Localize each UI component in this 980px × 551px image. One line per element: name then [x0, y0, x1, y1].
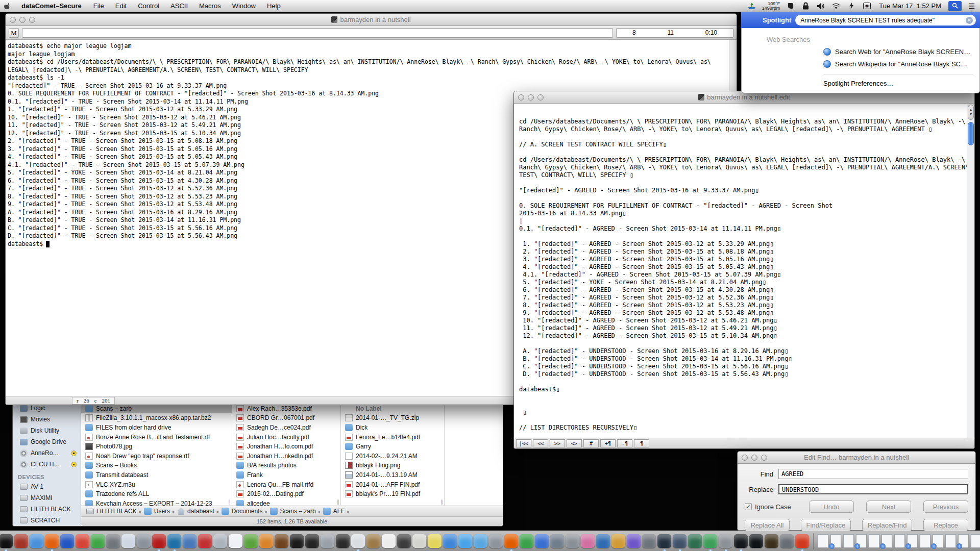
- file-row[interactable]: Lenora_Le…b14fe4.pdf: [341, 432, 444, 442]
- editor-nav-button[interactable]: #: [583, 439, 599, 447]
- sidebar-item[interactable]: CFCU H…: [13, 459, 81, 470]
- dialog-button[interactable]: Previous: [923, 500, 968, 513]
- breadcrumb[interactable]: Users ▸: [144, 508, 175, 515]
- breadcrumb[interactable]: Documents ▸: [222, 508, 268, 515]
- dock-app-icon[interactable]: [213, 534, 227, 548]
- dock-app-icon[interactable]: [121, 534, 135, 548]
- dock-app-icon[interactable]: [428, 534, 442, 548]
- dock-document-icon[interactable]: [894, 534, 905, 548]
- sidebar-device[interactable]: LILITH BLACK: [13, 504, 81, 515]
- file-row[interactable]: No Label: [341, 404, 444, 414]
- dock-app-icon[interactable]: [443, 534, 457, 548]
- dock-document-icon[interactable]: [907, 534, 918, 548]
- dock-app-icon[interactable]: [106, 534, 120, 548]
- editor-nav-button[interactable]: ¶: [634, 439, 649, 447]
- dock-app-icon[interactable]: [275, 534, 288, 548]
- file-row[interactable]: alicedee: [232, 499, 340, 506]
- dock-app-icon[interactable]: [290, 534, 304, 548]
- wifi-icon[interactable]: [831, 2, 841, 11]
- file-row[interactable]: 2014-01-…0.13.19 AM: [341, 470, 444, 480]
- find-input[interactable]: AGREED: [778, 469, 968, 479]
- dock-app-icon[interactable]: [14, 534, 28, 548]
- file-row[interactable]: Lenora Qu…FB mail.rtfd: [232, 480, 340, 489]
- dock-app-icon[interactable]: [336, 534, 350, 548]
- dock-app-icon[interactable]: [198, 534, 212, 548]
- dock-app-icon[interactable]: [535, 534, 549, 548]
- dock-app-icon[interactable]: [30, 534, 43, 548]
- menu-item[interactable]: ASCII: [165, 2, 193, 10]
- file-row[interactable]: Frank: [232, 470, 340, 480]
- breadcrumb[interactable]: databeast ▸: [177, 508, 219, 515]
- bolt-icon[interactable]: [846, 2, 856, 11]
- editor-nav-button[interactable]: +¶: [600, 439, 616, 447]
- dialog-button[interactable]: Replace: [923, 519, 968, 531]
- dock-app-icon[interactable]: [749, 534, 763, 548]
- find-replace-dialog[interactable]: Edit Find… barmayden in a nutshell Find …: [737, 451, 976, 531]
- dock-app-icon[interactable]: [688, 534, 702, 548]
- file-row[interactable]: Transmit databeast: [81, 470, 232, 480]
- file-row[interactable]: Jonathan H…nkedIn.pdf: [232, 452, 340, 461]
- file-row[interactable]: Sadegh De…ce024.pdf: [232, 423, 340, 433]
- file-row[interactable]: bblayk Fling.png: [341, 461, 444, 470]
- dock-app-icon[interactable]: [412, 534, 426, 548]
- dock-app-icon[interactable]: [673, 534, 687, 548]
- dialog-button[interactable]: Find/Replace: [801, 519, 851, 531]
- editor-nav-button[interactable]: -¶: [617, 439, 632, 447]
- ignore-case-option[interactable]: ✓ Ignore Case: [745, 503, 791, 511]
- dock-app-icon[interactable]: [167, 534, 181, 548]
- dock-document-icon[interactable]: [830, 534, 841, 548]
- file-row[interactable]: Photo078.jpg: [81, 442, 232, 452]
- dock-app-icon[interactable]: [504, 534, 518, 548]
- dock-app-icon[interactable]: [183, 534, 197, 548]
- spotlight-result[interactable]: Search Web for "AnneRose Blayk SCREEN…: [742, 45, 979, 58]
- editor-nav-button[interactable]: <>: [567, 439, 582, 447]
- menu-item[interactable]: Edit: [110, 2, 132, 10]
- file-row[interactable]: Keychain Access – EXPORT – 2014-12-23: [81, 499, 232, 506]
- dock-document-icon[interactable]: [920, 534, 930, 548]
- temperature-display[interactable]: 109°F 1498rpm: [762, 2, 780, 11]
- dock-document-icon[interactable]: [843, 534, 854, 548]
- breadcrumb[interactable]: LILITH BLACK ▸: [86, 508, 142, 515]
- file-row[interactable]: Scans – Books: [81, 461, 232, 470]
- dialog-button[interactable]: Replace/Find: [862, 519, 913, 531]
- dock-app-icon[interactable]: [611, 534, 625, 548]
- file-row[interactable]: Jonathan H…fo.com.pdf: [232, 442, 340, 452]
- dock-app-icon[interactable]: [765, 534, 778, 548]
- notification-center-icon[interactable]: ☰: [967, 2, 977, 11]
- editor-text-area[interactable]: cd /Users/databeast/Documents/\ \ PRESCR…: [514, 104, 967, 438]
- evernote-icon[interactable]: [785, 2, 795, 11]
- spotlight-result[interactable]: Search Wikipedia for "AnneRose Blayk SC…: [742, 58, 979, 70]
- menu-item[interactable]: Window: [227, 2, 261, 10]
- dialog-button[interactable]: Next: [866, 500, 911, 513]
- dock-app-icon[interactable]: [520, 534, 533, 548]
- dock-app-icon[interactable]: [734, 534, 748, 548]
- dock-app-icon[interactable]: [305, 534, 319, 548]
- scroll-arrows-icon[interactable]: ▲▼: [968, 105, 974, 120]
- dock-app-icon[interactable]: [137, 534, 151, 548]
- volume-icon[interactable]: [816, 2, 826, 11]
- dock-document-icon[interactable]: [869, 534, 879, 548]
- dock-document-icon[interactable]: [971, 534, 980, 548]
- dock-document-icon[interactable]: [856, 534, 867, 548]
- spotlight-search-input[interactable]: AnneRose Blayk SCREEN TEST rules adequat…: [795, 15, 976, 26]
- sidebar-device[interactable]: MAXIMI: [13, 492, 81, 504]
- dock-app-icon[interactable]: [0, 534, 13, 548]
- dock-app-icon[interactable]: [596, 534, 610, 548]
- menu-item[interactable]: File: [88, 2, 110, 10]
- sidebar-item[interactable]: Movies: [13, 414, 81, 425]
- spotlight-icon[interactable]: [948, 1, 962, 11]
- replace-input[interactable]: UNDERSTOOD: [778, 484, 968, 494]
- dock-app-icon[interactable]: [566, 534, 579, 548]
- file-row[interactable]: 2014-02-…9.24.21 AM: [341, 452, 444, 461]
- file-row[interactable]: Scans – zarb: [81, 404, 232, 414]
- menu-item[interactable]: Control: [132, 2, 165, 10]
- file-row[interactable]: 2014-01-…AFF FIN.pdf: [341, 480, 444, 489]
- file-row[interactable]: 2015-02…Dating.pdf: [232, 489, 340, 499]
- terminal-address-field[interactable]: [22, 28, 613, 38]
- breadcrumb[interactable]: Scans – zarb ▸: [270, 508, 321, 515]
- dock-document-icon[interactable]: [958, 534, 969, 548]
- spotlight-preferences[interactable]: Spotlight Preferences…: [742, 78, 979, 89]
- file-row[interactable]: Dick: [341, 423, 444, 433]
- dock-app-icon[interactable]: [229, 534, 242, 548]
- downloads-icon[interactable]: [747, 2, 757, 11]
